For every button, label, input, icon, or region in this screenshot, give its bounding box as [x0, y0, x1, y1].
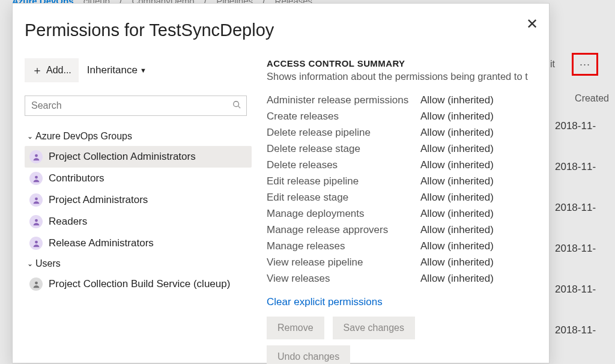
- more-actions-button[interactable]: ···: [572, 53, 598, 76]
- bg-created-header: Created: [575, 93, 609, 104]
- add-label: Add...: [46, 65, 71, 76]
- perm-row: Delete releasesAllow (inherited): [267, 157, 549, 173]
- bg-date: 2018-11-: [555, 120, 609, 132]
- perm-label: Delete release pipeline: [267, 127, 420, 139]
- perm-label: Manage release approvers: [267, 224, 420, 236]
- bg-date: 2018-11-: [555, 161, 609, 173]
- group-tree: ⌄ Azure DevOps Groups Project Collection…: [25, 127, 252, 295]
- group-item-label: Contributors: [49, 172, 105, 184]
- user-item-build-service[interactable]: Project Collection Build Service (clueup…: [25, 273, 252, 295]
- perm-value[interactable]: Allow (inherited): [420, 273, 494, 285]
- save-button[interactable]: Save changes: [333, 317, 415, 339]
- group-item-label: Project Administrators: [49, 194, 148, 206]
- perm-label: View releases: [267, 273, 420, 285]
- button-row-2: Undo changes: [267, 345, 549, 364]
- perm-row: Manage releasesAllow (inherited): [267, 238, 549, 254]
- group-avatar-icon: [29, 172, 43, 185]
- users-header[interactable]: ⌄ Users: [25, 254, 252, 273]
- perm-row: Edit release stageAllow (inherited): [267, 189, 549, 205]
- perm-value[interactable]: Allow (inherited): [420, 94, 494, 106]
- button-row: Remove Save changes: [267, 317, 549, 339]
- perm-label: Edit release pipeline: [267, 175, 420, 187]
- close-icon: ✕: [526, 16, 538, 32]
- perm-value[interactable]: Allow (inherited): [420, 143, 494, 155]
- svg-line-1: [238, 106, 241, 109]
- search-icon: [232, 100, 241, 111]
- perm-row: Create releasesAllow (inherited): [267, 108, 549, 124]
- modal-title: Permissions for TestSyncDeploy: [25, 20, 549, 40]
- svg-point-2: [35, 154, 38, 157]
- user-item-label: Project Collection Build Service (clueup…: [49, 278, 230, 290]
- perm-value[interactable]: Allow (inherited): [420, 224, 494, 236]
- search-wrap: [25, 96, 247, 116]
- group-item-pca[interactable]: Project Collection Administrators: [25, 146, 252, 168]
- perm-row: Manage release approversAllow (inherited…: [267, 222, 549, 238]
- perm-row: Edit release pipelineAllow (inherited): [267, 173, 549, 189]
- perm-row: Administer release permissionsAllow (inh…: [267, 92, 549, 108]
- perm-row: Delete release pipelineAllow (inherited): [267, 124, 549, 141]
- groups-header-label: Azure DevOps Groups: [35, 131, 132, 142]
- group-avatar-icon: [29, 193, 43, 207]
- perm-row: View releasesAllow (inherited): [267, 270, 549, 287]
- group-item-contributors[interactable]: Contributors: [25, 168, 252, 189]
- perm-row: Delete release stageAllow (inherited): [267, 141, 549, 157]
- group-item-release-admins[interactable]: Release Administrators: [25, 232, 252, 254]
- perm-label: View release pipeline: [267, 256, 420, 268]
- acs-heading: ACCESS CONTROL SUMMARY: [267, 58, 549, 68]
- remove-button[interactable]: Remove: [267, 317, 324, 339]
- group-avatar-icon: [29, 215, 43, 228]
- group-item-project-admins[interactable]: Project Administrators: [25, 189, 252, 211]
- perm-value[interactable]: Allow (inherited): [420, 240, 494, 252]
- bg-dates: 2018-11- 2018-11- 2018-11- 2018-11- 2018…: [555, 120, 609, 364]
- chevron-down-icon: ⌄: [27, 259, 33, 268]
- permissions-list: Administer release permissionsAllow (inh…: [267, 92, 549, 287]
- perm-value[interactable]: Allow (inherited): [420, 127, 494, 139]
- perm-row: View release pipelineAllow (inherited): [267, 254, 549, 270]
- group-avatar-icon: [29, 237, 43, 250]
- perm-label: Manage releases: [267, 240, 420, 252]
- permissions-modal: ✕ Permissions for TestSyncDeploy ＋ Add..…: [12, 3, 550, 363]
- plus-icon: ＋: [32, 63, 43, 77]
- group-item-label: Readers: [49, 216, 87, 228]
- dots-icon: ···: [580, 58, 590, 71]
- svg-point-3: [35, 175, 38, 178]
- add-button[interactable]: ＋ Add...: [25, 58, 79, 82]
- perm-label: Create releases: [267, 111, 420, 123]
- perm-label: Manage deployments: [267, 208, 420, 220]
- svg-point-4: [35, 197, 38, 200]
- caret-down-icon: ▼: [140, 67, 147, 74]
- group-item-label: Project Collection Administrators: [49, 151, 196, 163]
- svg-point-6: [35, 240, 38, 243]
- perm-value[interactable]: Allow (inherited): [420, 111, 494, 123]
- modal-right-pane: ACCESS CONTROL SUMMARY Shows information…: [252, 58, 549, 364]
- undo-button[interactable]: Undo changes: [267, 345, 350, 364]
- perm-label: Administer release permissions: [267, 94, 420, 106]
- perm-value[interactable]: Allow (inherited): [420, 256, 494, 268]
- chevron-down-icon: ⌄: [27, 132, 33, 141]
- users-header-label: Users: [35, 258, 61, 269]
- bg-date: 2018-11-: [555, 324, 609, 336]
- inheritance-label: Inheritance: [87, 64, 138, 76]
- bg-date: 2018-11-: [555, 202, 609, 214]
- group-item-readers[interactable]: Readers: [25, 211, 252, 232]
- modal-left-pane: ＋ Add... Inheritance ▼ ⌄ Azure DevOps Gr…: [13, 58, 252, 364]
- perm-value[interactable]: Allow (inherited): [420, 192, 494, 204]
- perm-row: Manage deploymentsAllow (inherited): [267, 205, 549, 222]
- perm-value[interactable]: Allow (inherited): [420, 175, 494, 187]
- svg-point-7: [35, 281, 38, 284]
- group-avatar-icon: [29, 150, 43, 163]
- perm-label: Edit release stage: [267, 192, 420, 204]
- perm-value[interactable]: Allow (inherited): [420, 208, 494, 220]
- search-input[interactable]: [25, 96, 247, 116]
- toolbar: ＋ Add... Inheritance ▼: [25, 58, 252, 82]
- inheritance-dropdown[interactable]: Inheritance ▼: [87, 64, 147, 76]
- bg-date: 2018-11-: [555, 243, 609, 255]
- clear-permissions-link[interactable]: Clear explicit permissions: [267, 296, 383, 308]
- bg-date: 2018-11-: [555, 284, 609, 296]
- acs-subtitle: Shows information about the permissions …: [267, 71, 549, 82]
- groups-header[interactable]: ⌄ Azure DevOps Groups: [25, 127, 252, 146]
- svg-point-5: [35, 219, 38, 222]
- svg-point-0: [234, 102, 239, 107]
- perm-value[interactable]: Allow (inherited): [420, 159, 494, 171]
- close-button[interactable]: ✕: [526, 16, 538, 32]
